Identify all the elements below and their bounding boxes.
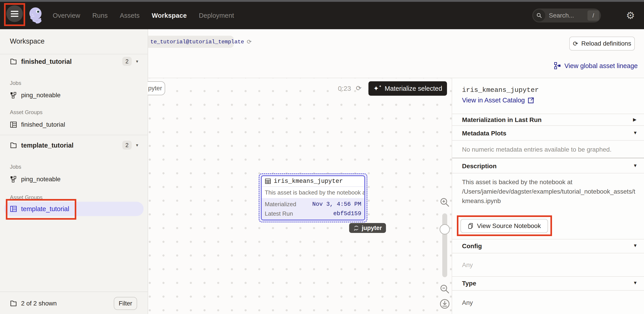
search-placeholder: Search... bbox=[549, 12, 588, 19]
asset-node-iris-kmeans-jupyter[interactable]: iris_kmeans_jupyter This asset is backed… bbox=[261, 175, 365, 220]
nav-workspace[interactable]: Workspace bbox=[152, 12, 187, 19]
divider bbox=[452, 114, 644, 114]
chevron-right-icon[interactable]: ▶ bbox=[633, 117, 636, 122]
search-shortcut-hint: / bbox=[588, 10, 599, 21]
table-icon bbox=[265, 178, 271, 184]
job-graph-icon bbox=[10, 92, 17, 99]
dagster-logo bbox=[26, 6, 45, 25]
section-metadata-plots[interactable]: Metadata Plots bbox=[462, 130, 506, 137]
view-source-notebook-button[interactable]: View Source Notebook bbox=[460, 219, 548, 233]
zoom-slider-track[interactable] bbox=[442, 213, 447, 277]
download-image-icon[interactable] bbox=[440, 299, 450, 309]
section-type[interactable]: Type bbox=[462, 280, 476, 287]
description-text: This asset is backed by the notebook at … bbox=[462, 177, 638, 206]
hamburger-annotation-box bbox=[4, 3, 25, 26]
refresh-icon[interactable]: ⟳ bbox=[356, 84, 362, 92]
metadata-empty-message: No numeric metadata entries available to… bbox=[462, 146, 612, 153]
sidebar-job-ping-noteable[interactable]: ping_noteable bbox=[0, 91, 148, 100]
job-name: ping_noteable bbox=[21, 92, 60, 99]
main-nav: Overview Runs Assets Workspace Deploymen… bbox=[53, 2, 234, 29]
zoom-slider-thumb[interactable] bbox=[440, 224, 450, 234]
content-header: te_tutorial@tutorial_template ⟳ ⟳ Reload… bbox=[148, 29, 644, 78]
jobs-section-label: Jobs bbox=[0, 164, 148, 170]
chevron-down-icon[interactable]: ▼ bbox=[633, 130, 638, 135]
materialized-value[interactable]: Nov 3, 4:56 PM bbox=[312, 201, 361, 207]
jupyter-icon bbox=[353, 225, 360, 231]
sidebar-footer: 2 of 2 shown bbox=[10, 297, 57, 310]
sparkle-icon: ✦✦ bbox=[373, 85, 382, 92]
shown-count: 2 of 2 shown bbox=[21, 300, 57, 307]
divider bbox=[452, 239, 644, 239]
filter-button[interactable]: Filter bbox=[114, 297, 137, 310]
notebook-copy-icon bbox=[468, 223, 474, 229]
chevron-down-icon[interactable]: ▼ bbox=[633, 243, 638, 248]
section-config[interactable]: Config bbox=[462, 243, 482, 250]
asset-group-icon bbox=[10, 121, 17, 128]
repo-name: template_tutorial bbox=[21, 142, 74, 149]
chevron-down-icon[interactable]: ▾ bbox=[136, 59, 138, 64]
search-input[interactable]: Search... / bbox=[532, 9, 601, 23]
repository-name: te_tutorial@tutorial_template bbox=[150, 39, 244, 45]
divider bbox=[0, 54, 148, 54]
job-graph-icon bbox=[10, 176, 17, 183]
divider bbox=[452, 158, 644, 158]
chevron-down-icon[interactable]: ▾ bbox=[136, 142, 138, 148]
view-in-asset-catalog-link[interactable]: View in Asset Catalog bbox=[462, 97, 534, 104]
materialize-selected-button[interactable]: ✦✦ Materialize selected bbox=[368, 81, 447, 96]
chevron-down-icon[interactable]: ▼ bbox=[633, 280, 638, 285]
graph-query-input-fragment[interactable]: pyter bbox=[148, 81, 165, 95]
workspace-sidebar: Workspace finished_tutorial 2 ▾ Jobs pin… bbox=[0, 29, 148, 314]
nav-assets[interactable]: Assets bbox=[120, 12, 140, 19]
asset-node-description: This asset is backed by the notebook at … bbox=[262, 187, 364, 198]
asset-groups-section-label: Asset Groups bbox=[0, 109, 148, 116]
refresh-icon: ⟳ bbox=[573, 40, 578, 47]
asset-graph-canvas[interactable]: pyter 0:23 ⟳ ✦✦ Materialize selected iri… bbox=[148, 78, 452, 314]
asset-node-stats: Materialized Nov 3, 4:56 PM Latest Run e… bbox=[262, 198, 364, 220]
jobs-section-label: Jobs bbox=[0, 80, 148, 87]
section-description[interactable]: Description bbox=[462, 163, 496, 170]
zoom-out-icon[interactable] bbox=[440, 284, 450, 294]
sidebar-group-finished-tutorial[interactable]: finished_tutorial bbox=[0, 120, 148, 129]
hamburger-icon bbox=[11, 11, 18, 12]
divider bbox=[0, 135, 148, 135]
divider bbox=[0, 291, 148, 292]
dagster-workspace-screen: Overview Runs Assets Workspace Deploymen… bbox=[0, 0, 644, 314]
lineage-icon bbox=[554, 62, 561, 70]
job-name: ping_noteable bbox=[21, 176, 60, 183]
window-top-strip bbox=[0, 0, 644, 2]
divider bbox=[452, 173, 644, 173]
sidebar-job-ping-noteable[interactable]: ping_noteable bbox=[0, 175, 148, 183]
nav-deployment[interactable]: Deployment bbox=[199, 12, 234, 19]
latest-run-value[interactable]: ebf5d159 bbox=[333, 210, 361, 217]
divider bbox=[452, 140, 644, 141]
repository-tag[interactable]: te_tutorial@tutorial_template ⟳ bbox=[148, 36, 234, 48]
divider bbox=[452, 125, 644, 126]
divider bbox=[452, 276, 644, 277]
sidebar-title: Workspace bbox=[10, 37, 45, 45]
view-global-asset-lineage-link[interactable]: View global asset lineage bbox=[554, 62, 638, 70]
nav-overview[interactable]: Overview bbox=[53, 12, 80, 19]
repo-count-badge: 2 bbox=[122, 57, 132, 66]
top-navigation-bar: Overview Runs Assets Workspace Deploymen… bbox=[0, 2, 644, 29]
panel-asset-title: iris_kmeans_jupyter bbox=[462, 86, 539, 94]
jupyter-tag[interactable]: jupyter bbox=[349, 223, 386, 233]
nav-runs[interactable]: Runs bbox=[92, 12, 108, 19]
asset-node-header: iris_kmeans_jupyter bbox=[262, 176, 364, 187]
group-name: finished_tutorial bbox=[21, 121, 65, 128]
divider bbox=[452, 253, 644, 253]
type-value: Any bbox=[462, 299, 473, 306]
template-tutorial-annotation-box bbox=[6, 199, 76, 220]
materialized-label: Materialized bbox=[265, 201, 296, 208]
refresh-icon[interactable]: ⟳ bbox=[247, 39, 252, 45]
reload-definitions-button[interactable]: ⟳ Reload definitions bbox=[569, 37, 635, 51]
zoom-in-icon[interactable] bbox=[440, 197, 450, 207]
refresh-timer: 0:23 bbox=[338, 85, 351, 92]
hamburger-menu-button[interactable] bbox=[6, 6, 23, 22]
asset-details-panel: iris_kmeans_jupyter View in Asset Catalo… bbox=[452, 78, 644, 314]
latest-run-label: Latest Run bbox=[265, 210, 293, 217]
section-materialization-last-run[interactable]: Materialization in Last Run bbox=[462, 116, 542, 124]
chevron-down-icon[interactable]: ▼ bbox=[633, 163, 638, 168]
repo-count-badge: 2 bbox=[122, 141, 132, 150]
config-value: Any bbox=[462, 261, 473, 269]
gear-icon[interactable]: ⚙ bbox=[626, 7, 635, 24]
